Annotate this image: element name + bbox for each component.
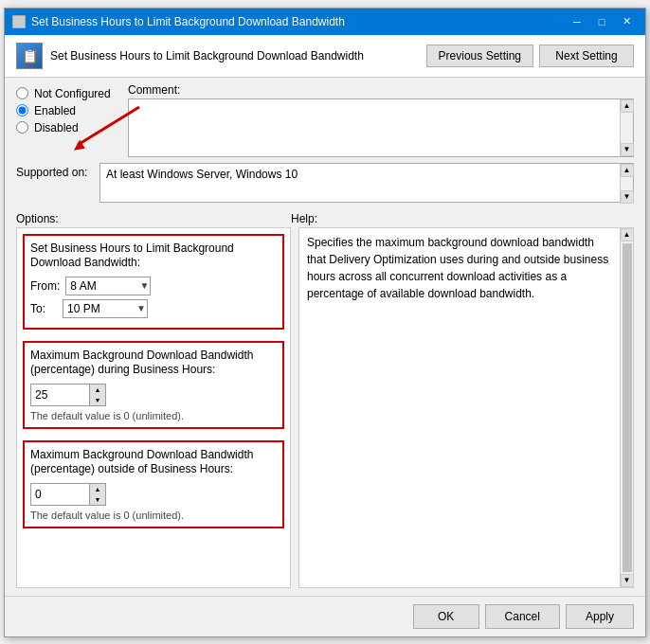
disabled-label: Disabled: [34, 121, 79, 134]
header-title: Set Business Hours to Limit Background D…: [50, 49, 364, 63]
disabled-row: Disabled: [16, 121, 120, 134]
outside-hours-input[interactable]: [31, 484, 89, 505]
policy-icon: 📋: [16, 43, 43, 69]
to-label: To:: [30, 302, 57, 315]
window-title: Set Business Hours to Limit Background D…: [31, 15, 345, 28]
business-hours-title: Set Business Hours to Limit Background D…: [30, 242, 277, 271]
next-setting-button[interactable]: Next Setting: [539, 45, 634, 67]
supported-scroll-up[interactable]: ▲: [621, 164, 634, 177]
during-hours-title: Maximum Background Download Bandwidth (p…: [30, 349, 277, 378]
comment-scroll-down[interactable]: ▼: [621, 143, 634, 156]
options-section-label: Options:: [16, 212, 291, 225]
header-bar: 📋 Set Business Hours to Limit Background…: [5, 35, 645, 78]
apply-button[interactable]: Apply: [566, 604, 634, 629]
outside-hours-spin-down[interactable]: ▼: [90, 494, 105, 505]
enabled-radio[interactable]: [16, 104, 28, 116]
outside-hours-title: Maximum Background Download Bandwidth (p…: [30, 448, 277, 477]
outside-hours-note: The default value is 0 (unlimited).: [30, 510, 277, 521]
comment-label: Comment:: [128, 83, 634, 97]
not-configured-row: Not Configured: [16, 87, 120, 100]
during-hours-spin-up[interactable]: ▲: [90, 385, 105, 395]
enabled-label: Enabled: [34, 104, 76, 117]
from-dropdown-wrapper: 8 AM 9 AM 10 AM 11 AM 12 PM ▼: [65, 277, 151, 295]
bottom-bar: OK Cancel Apply: [5, 596, 645, 636]
cancel-button[interactable]: Cancel: [485, 604, 560, 629]
supported-scroll-down[interactable]: ▼: [621, 190, 634, 204]
svg-marker-1: [72, 138, 85, 150]
maximize-button[interactable]: □: [590, 12, 613, 31]
enabled-row: Enabled: [16, 104, 120, 117]
supported-value: At least Windows Server, Windows 10: [106, 168, 298, 181]
from-dropdown[interactable]: 8 AM 9 AM 10 AM 11 AM 12 PM: [65, 277, 151, 295]
ok-button[interactable]: OK: [413, 604, 479, 629]
comment-scroll-up[interactable]: ▲: [621, 99, 634, 113]
help-scrollbar: ▲ ▼: [620, 228, 633, 587]
supported-label: Supported on:: [16, 163, 92, 179]
during-hours-spin-down[interactable]: ▼: [90, 395, 105, 405]
window-icon: [12, 15, 26, 28]
during-hours-spinbox: ▲ ▼: [30, 384, 106, 406]
business-hours-group: Set Business Hours to Limit Background D…: [23, 234, 284, 330]
help-pane: Specifies the maximum background downloa…: [298, 227, 634, 588]
main-window: Set Business Hours to Limit Background D…: [4, 8, 646, 637]
during-hours-note: The default value is 0 (unlimited).: [30, 410, 277, 421]
during-hours-group: Maximum Background Download Bandwidth (p…: [23, 341, 284, 429]
from-label: From:: [30, 279, 60, 293]
outside-hours-spinbox: ▲ ▼: [30, 483, 106, 506]
not-configured-label: Not Configured: [34, 87, 111, 100]
options-scroll-area: Set Business Hours to Limit Background D…: [16, 227, 291, 588]
to-dropdown-wrapper: 10 PM 11 PM 12 AM ▼: [63, 299, 148, 318]
outside-hours-spin-up[interactable]: ▲: [90, 484, 105, 494]
help-section-label: Help:: [291, 212, 317, 225]
outside-hours-group: Maximum Background Download Bandwidth (p…: [23, 440, 284, 528]
disabled-radio[interactable]: [16, 121, 28, 134]
title-bar: Set Business Hours to Limit Background D…: [5, 9, 645, 35]
to-dropdown[interactable]: 10 PM 11 PM 12 AM: [63, 299, 148, 318]
help-text: Specifies the maximum background downloa…: [307, 236, 608, 300]
previous-setting-button[interactable]: Previous Setting: [426, 45, 533, 67]
not-configured-radio[interactable]: [16, 87, 28, 99]
minimize-button[interactable]: ─: [566, 12, 588, 31]
during-hours-input[interactable]: [31, 385, 89, 405]
close-button[interactable]: ✕: [615, 12, 638, 31]
help-scroll-up[interactable]: ▲: [621, 228, 634, 242]
window-controls: ─ □ ✕: [566, 12, 638, 31]
help-scroll-down[interactable]: ▼: [621, 574, 634, 587]
